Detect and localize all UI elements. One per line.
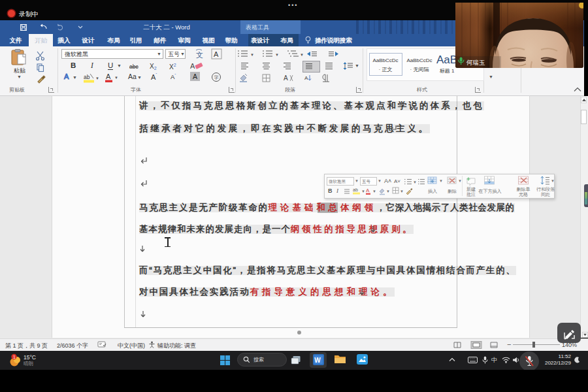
svg-text:A: A <box>190 62 195 70</box>
svg-text:ab: ab <box>353 188 358 192</box>
svg-text:ab: ab <box>84 74 90 80</box>
svg-text:▼: ▼ <box>300 53 304 57</box>
svg-text:A: A <box>304 75 308 81</box>
svg-text:A: A <box>284 74 288 82</box>
svg-text:▼: ▼ <box>386 189 390 193</box>
svg-text:▼: ▼ <box>95 76 99 80</box>
svg-text:A: A <box>106 73 111 80</box>
svg-text:A: A <box>214 50 219 58</box>
svg-text:1: 1 <box>13 355 16 359</box>
svg-text:▼: ▼ <box>413 180 417 184</box>
svg-text:▼: ▼ <box>114 76 118 80</box>
svg-text:▼: ▼ <box>250 53 254 57</box>
svg-text:▼: ▼ <box>400 189 404 193</box>
svg-text:▼: ▼ <box>372 189 376 193</box>
svg-text:何瑞玉: 何瑞玉 <box>466 59 485 66</box>
svg-text:▼: ▼ <box>361 189 365 193</box>
svg-text:文: 文 <box>196 51 203 59</box>
svg-text:A: A <box>366 188 370 193</box>
svg-text:▼: ▼ <box>275 53 279 57</box>
svg-text:W: W <box>314 357 321 364</box>
svg-text:字: 字 <box>214 75 219 80</box>
